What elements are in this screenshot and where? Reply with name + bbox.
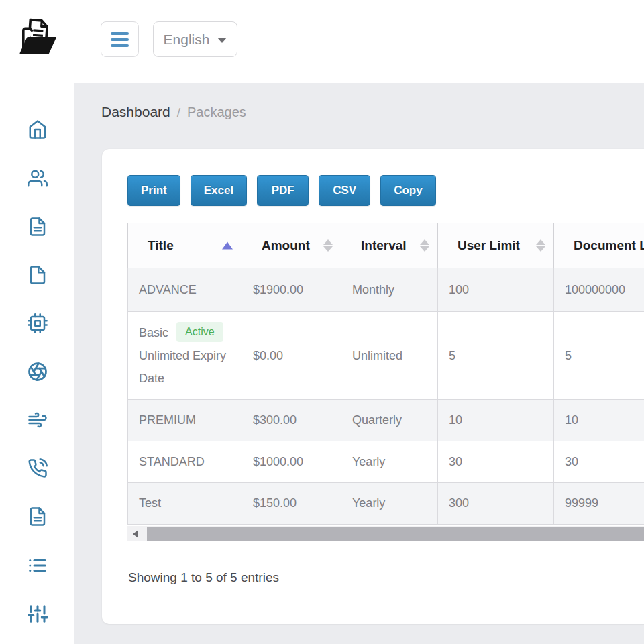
cell-document-limit: 5 <box>554 312 644 400</box>
packages-table-wrapper: Title Amount Interval User Limit <box>127 223 644 525</box>
breadcrumb: Dashboard / Packages <box>101 104 246 120</box>
chevron-down-icon <box>217 38 227 43</box>
open-folder-document-logo <box>14 15 60 60</box>
cell-user-limit: 100 <box>438 268 554 312</box>
cell-interval: Unlimited <box>341 312 438 400</box>
table-row: BasicActive Unlimited Expiry Date $0.00 … <box>128 312 644 400</box>
aperture-icon <box>28 362 48 382</box>
language-selector[interactable]: English <box>153 21 237 57</box>
scrollbar-left-arrow[interactable] <box>127 526 144 541</box>
app-root: { "topbar": { "menu_icon": "hamburger-ic… <box>0 0 644 644</box>
csv-button[interactable]: CSV <box>319 175 370 206</box>
column-header-user-limit[interactable]: User Limit <box>438 223 554 268</box>
sidebar-item-files[interactable] <box>27 264 48 285</box>
content-area: Dashboard / Packages Print Excel PDF CSV… <box>74 83 644 644</box>
cell-title: BasicActive Unlimited Expiry Date <box>128 312 242 400</box>
table-row: PREMIUM $300.00 Quarterly 10 10 <box>128 400 644 441</box>
breadcrumb-dashboard[interactable]: Dashboard <box>101 104 170 120</box>
app-logo[interactable] <box>14 15 60 63</box>
home-icon <box>28 119 48 140</box>
excel-button[interactable]: Excel <box>191 175 247 206</box>
packages-table: Title Amount Interval User Limit <box>127 223 644 525</box>
cell-title: PREMIUM <box>128 400 242 441</box>
sidebar-item-settings[interactable] <box>27 603 48 624</box>
table-header-row: Title Amount Interval User Limit <box>128 223 644 268</box>
active-status-badge: Active <box>176 322 223 342</box>
file-text-icon <box>28 506 48 527</box>
table-row: ADVANCE $1900.00 Monthly 100 100000000 <box>128 268 644 312</box>
package-title: Basic <box>139 326 168 339</box>
file-text-icon <box>28 217 48 237</box>
sidebar-item-home[interactable] <box>27 119 48 140</box>
users-icon <box>28 168 48 189</box>
cpu-icon <box>28 313 48 333</box>
cell-title: STANDARD <box>128 441 242 483</box>
packages-card: Print Excel PDF CSV Copy Title Amount <box>102 149 644 624</box>
pdf-button[interactable]: PDF <box>257 175 309 206</box>
sort-both-icon <box>420 239 429 252</box>
breadcrumb-separator: / <box>177 105 180 120</box>
cell-document-limit: 30 <box>554 441 644 483</box>
cell-document-limit: 100000000 <box>554 268 644 312</box>
breadcrumb-packages: Packages <box>187 105 246 120</box>
phone-call-icon <box>28 458 48 478</box>
column-header-document-limit[interactable]: Document Limit <box>554 223 644 268</box>
triangle-left-icon <box>133 530 138 538</box>
language-value: English <box>164 32 210 48</box>
sidebar-item-workflow[interactable] <box>27 409 48 430</box>
package-subtitle: Unlimited Expiry Date <box>139 344 227 390</box>
print-button[interactable]: Print <box>127 175 180 206</box>
sort-asc-icon <box>222 242 233 250</box>
file-icon <box>28 265 48 285</box>
wind-icon <box>28 410 48 430</box>
column-header-amount[interactable]: Amount <box>242 223 341 268</box>
sidebar-item-reports[interactable] <box>27 506 48 527</box>
cell-interval: Monthly <box>341 268 438 312</box>
cell-title: ADVANCE <box>128 268 242 312</box>
topbar: English <box>74 0 644 83</box>
sliders-icon <box>28 604 48 624</box>
sidebar-item-media[interactable] <box>27 361 48 382</box>
column-header-title[interactable]: Title <box>128 223 242 268</box>
table-row: Test $150.00 Yearly 300 99999 <box>128 483 644 525</box>
cell-document-limit: 99999 <box>554 483 644 525</box>
sidebar-item-system[interactable] <box>27 313 48 333</box>
copy-button[interactable]: Copy <box>380 175 436 206</box>
column-header-interval[interactable]: Interval <box>341 223 438 268</box>
sort-both-icon <box>536 239 545 252</box>
menu-toggle-button[interactable] <box>101 21 139 57</box>
cell-user-limit: 5 <box>438 312 554 400</box>
cell-amount: $300.00 <box>242 400 341 441</box>
cell-interval: Quarterly <box>341 400 438 441</box>
cell-interval: Yearly <box>341 483 438 525</box>
sidebar-item-contact[interactable] <box>27 458 48 478</box>
horizontal-scrollbar[interactable] <box>127 526 644 541</box>
table-summary: Showing 1 to 5 of 5 entries <box>128 570 279 585</box>
cell-amount: $150.00 <box>242 483 341 525</box>
export-button-row: Print Excel PDF CSV Copy <box>127 175 436 206</box>
scrollbar-thumb[interactable] <box>147 527 644 541</box>
cell-title: Test <box>128 483 242 525</box>
sidebar-item-list[interactable] <box>27 555 48 576</box>
sort-both-icon <box>323 239 333 252</box>
sidebar-item-documents[interactable] <box>27 216 48 237</box>
table-row: STANDARD $1000.00 Yearly 30 30 <box>128 441 644 483</box>
cell-amount: $1000.00 <box>242 441 341 483</box>
sidebar-item-users[interactable] <box>27 168 48 189</box>
sidebar <box>0 0 74 644</box>
cell-user-limit: 300 <box>438 483 554 525</box>
list-icon <box>28 555 48 576</box>
cell-document-limit: 10 <box>554 400 644 441</box>
cell-interval: Yearly <box>341 441 438 483</box>
cell-user-limit: 10 <box>438 400 554 441</box>
cell-amount: $1900.00 <box>242 268 341 312</box>
cell-user-limit: 30 <box>438 441 554 483</box>
hamburger-icon <box>111 32 129 35</box>
cell-amount: $0.00 <box>242 312 341 400</box>
